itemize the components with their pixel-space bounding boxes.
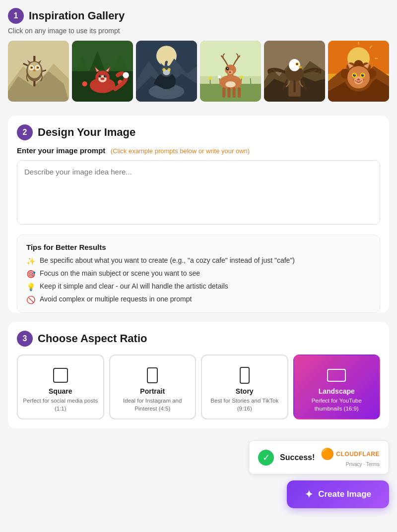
prompt-label: Enter your image prompt bbox=[17, 146, 105, 155]
svg-point-60 bbox=[240, 76, 243, 79]
landscape-icon bbox=[327, 369, 346, 382]
svg-point-78 bbox=[289, 59, 300, 71]
cloudflare-logo: 🟠 CLOUDFLARE bbox=[321, 448, 380, 461]
gallery-item-eagle[interactable] bbox=[264, 41, 325, 102]
section1-subtitle: Click on any image to use its prompt bbox=[8, 27, 389, 35]
aspect-card-square[interactable]: Square Perfect for social media posts (1… bbox=[17, 355, 104, 419]
tips-list: ✨ Be specific about what you want to cre… bbox=[26, 256, 371, 304]
cloudflare-toast: ✓ Success! 🟠 CLOUDFLARE Privacy · Terms bbox=[249, 440, 389, 474]
tips-title: Tips for Better Results bbox=[26, 243, 371, 251]
create-button-label: Create Image bbox=[318, 489, 371, 499]
tip-text-3: Keep it simple and clear - our AI will h… bbox=[40, 282, 228, 290]
portrait-icon bbox=[147, 367, 158, 383]
aspect-card-portrait[interactable]: Portrait Ideal for Instagram and Pintere… bbox=[109, 355, 197, 419]
svg-point-72 bbox=[225, 81, 236, 87]
aspect-name-landscape: Landscape bbox=[319, 387, 355, 395]
svg-rect-71 bbox=[238, 87, 241, 98]
aspect-desc-landscape: Perfect for YouTube thumbnails (16:9) bbox=[299, 397, 375, 413]
tips-box: Tips for Better Results ✨ Be specific ab… bbox=[17, 235, 380, 313]
inspiration-gallery bbox=[8, 41, 389, 102]
svg-point-104 bbox=[353, 79, 354, 80]
tip-item-4: 🚫 Avoid complex or multiple requests in … bbox=[26, 295, 371, 304]
gallery-item-deer[interactable] bbox=[200, 41, 261, 102]
tip-icon-2: 🎯 bbox=[26, 270, 36, 279]
tip-icon-1: ✨ bbox=[26, 257, 36, 266]
svg-point-80 bbox=[296, 63, 298, 65]
success-check-icon: ✓ bbox=[258, 450, 274, 466]
svg-rect-69 bbox=[227, 87, 230, 98]
tip-item-1: ✨ Be specific about what you want to cre… bbox=[26, 256, 371, 266]
svg-rect-70 bbox=[233, 87, 236, 98]
aspect-name-square: Square bbox=[49, 387, 72, 395]
section2-title: Design Your Image bbox=[38, 126, 135, 139]
section3-title: Choose Aspect Ratio bbox=[38, 332, 147, 345]
cloudflare-privacy-link[interactable]: Privacy bbox=[346, 462, 362, 467]
tip-text-2: Focus on the main subject or scene you w… bbox=[40, 269, 200, 277]
svg-point-67 bbox=[227, 68, 228, 69]
section2-header: 2 Design Your Image bbox=[17, 124, 380, 140]
create-image-button[interactable]: ✦ Create Image bbox=[287, 480, 389, 508]
cloudflare-logo-area: 🟠 CLOUDFLARE Privacy · Terms bbox=[321, 448, 380, 467]
gallery-item-owl[interactable] bbox=[8, 41, 69, 102]
section3-header: 3 Choose Aspect Ratio bbox=[17, 331, 380, 347]
svg-point-65 bbox=[229, 71, 231, 73]
gallery-item-lion[interactable] bbox=[328, 41, 389, 102]
prompt-textarea[interactable] bbox=[17, 160, 380, 225]
gallery-item-fox[interactable] bbox=[72, 41, 133, 102]
svg-point-38 bbox=[123, 72, 129, 78]
page-container: 1 Inspiration Gallery Click on any image… bbox=[0, 0, 397, 526]
svg-point-58 bbox=[208, 77, 211, 80]
section2-top: 2 Design Your Image Enter your image pro… bbox=[8, 116, 389, 235]
gallery-item-wolf[interactable] bbox=[136, 41, 197, 102]
aspect-icon-portrait-wrapper bbox=[147, 363, 158, 387]
square-icon bbox=[53, 368, 68, 383]
aspect-card-landscape[interactable]: Landscape Perfect for YouTube thumbnails… bbox=[293, 355, 381, 419]
aspect-name-story: Story bbox=[236, 387, 254, 395]
section1-title: Inspiration Gallery bbox=[29, 9, 125, 22]
tip-icon-3: 💡 bbox=[26, 283, 36, 292]
story-icon bbox=[240, 367, 250, 384]
tip-item-3: 💡 Keep it simple and clear - our AI will… bbox=[26, 282, 371, 292]
aspect-card-story[interactable]: Story Best for Stories and TikTok (9:16) bbox=[201, 355, 288, 419]
cloudflare-links: Privacy · Terms bbox=[346, 462, 380, 467]
prompt-label-row: Enter your image prompt (Click example p… bbox=[17, 146, 380, 155]
svg-point-102 bbox=[362, 74, 363, 75]
cloudflare-brand: CLOUDFLARE bbox=[336, 451, 380, 458]
svg-point-36 bbox=[105, 75, 106, 76]
aspect-desc-portrait: Ideal for Instagram and Pinterest (4:5) bbox=[115, 397, 191, 413]
success-text: Success! bbox=[280, 453, 315, 462]
cloudflare-terms-link[interactable]: Terms bbox=[366, 462, 380, 467]
aspect-icon-square-wrapper bbox=[53, 363, 68, 387]
svg-point-59 bbox=[218, 75, 221, 78]
svg-point-105 bbox=[355, 80, 356, 81]
section2: 2 Design Your Image Enter your image pro… bbox=[8, 116, 389, 313]
step-badge-3: 3 bbox=[17, 331, 33, 347]
svg-point-12 bbox=[31, 67, 33, 68]
bottom-area: ✓ Success! 🟠 CLOUDFLARE Privacy · Terms … bbox=[8, 436, 389, 518]
svg-point-49 bbox=[162, 68, 165, 71]
aspect-icon-landscape-wrapper bbox=[327, 363, 346, 387]
svg-point-101 bbox=[354, 74, 355, 75]
svg-point-13 bbox=[37, 67, 39, 68]
tip-text-4: Avoid complex or multiple requests in on… bbox=[40, 295, 192, 303]
svg-point-107 bbox=[361, 80, 362, 81]
aspect-name-portrait: Portrait bbox=[140, 387, 165, 395]
tip-text-1: Be specific about what you want to creat… bbox=[40, 256, 295, 264]
section1-header: 1 Inspiration Gallery bbox=[8, 8, 389, 24]
aspect-desc-square: Perfect for social media posts (1:1) bbox=[23, 397, 98, 413]
tip-icon-4: 🚫 bbox=[26, 296, 36, 304]
svg-point-22 bbox=[82, 81, 87, 86]
prompt-hint: (Click example prompts below or write yo… bbox=[111, 147, 250, 155]
svg-point-106 bbox=[363, 79, 364, 80]
aspect-icon-story-wrapper bbox=[240, 363, 250, 387]
svg-line-57 bbox=[250, 78, 251, 84]
aspect-ratio-grid: Square Perfect for social media posts (1… bbox=[17, 355, 380, 419]
svg-rect-68 bbox=[222, 87, 225, 98]
svg-point-50 bbox=[168, 68, 171, 71]
cloudflare-cloud-icon: 🟠 bbox=[321, 448, 334, 461]
wand-icon: ✦ bbox=[305, 488, 313, 500]
tip-item-2: 🎯 Focus on the main subject or scene you… bbox=[26, 269, 371, 279]
svg-point-37 bbox=[100, 77, 104, 80]
aspect-desc-story: Best for Stories and TikTok (9:16) bbox=[207, 397, 282, 413]
svg-point-35 bbox=[100, 75, 101, 76]
